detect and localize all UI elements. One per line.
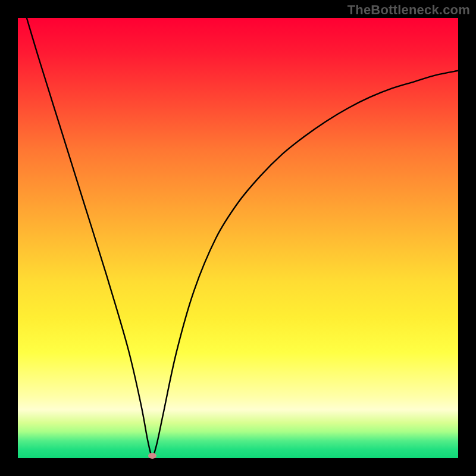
watermark-text: TheBottleneck.com	[347, 2, 470, 18]
minimum-marker	[148, 453, 156, 459]
bottleneck-curve	[18, 18, 458, 458]
plot-area	[18, 18, 458, 458]
chart-frame: TheBottleneck.com	[0, 0, 476, 476]
